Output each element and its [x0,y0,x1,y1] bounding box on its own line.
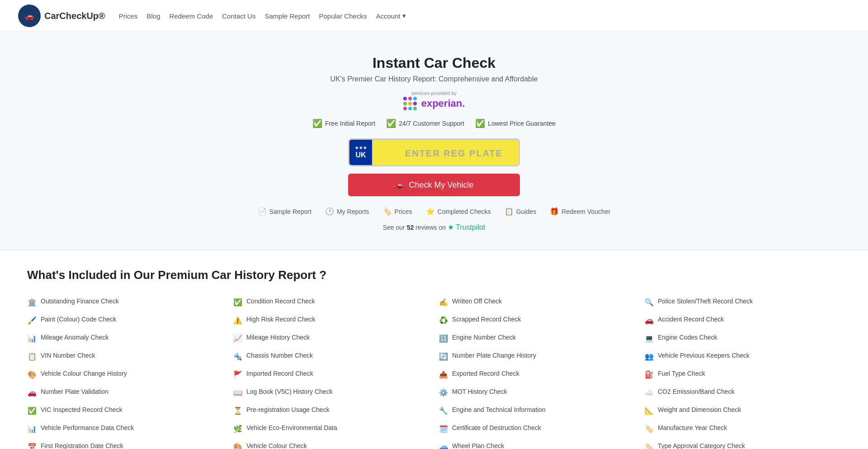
feature-item: ⏳ Pre-registration Usage Check [233,404,429,417]
feature-label: Pre-registration Usage Check [246,406,330,413]
feature-item: 📐 Weight and Dimension Check [644,404,841,417]
feature-item: 🎨 Vehicle Colour Check [233,440,429,449]
feature-icon: 🗓️ [439,425,448,433]
feature-label: Wheel Plan Check [452,442,504,449]
feature-item: 🌿 Vehicle Eco-Environmental Data [233,422,429,435]
feature-label: Weight and Dimension Check [658,406,741,413]
feature-label: CO2 Emission/Band Check [658,388,735,395]
nav-contact-us[interactable]: Contact Us [222,12,255,20]
check-icon-2: ✅ [386,118,396,128]
feature-label: Engine Codes Check [658,334,717,341]
hero-title: Instant Car Check [9,55,859,71]
feature-item: 🖌️ Paint (Colour) Code Check [27,314,224,326]
experian-dots [403,97,417,110]
feature-label: Type Approval Category Check [658,442,745,449]
feature-icon: 🚩 [233,370,243,379]
nav-prices[interactable]: Prices [119,12,138,20]
feature-label: Exported Record Check [452,370,519,377]
feature-item: ✅ VIC Inspected Record Check [27,404,224,417]
feature-item: 🚗 Accident Record Check [644,314,841,326]
feature-icon: ✅ [27,406,37,415]
feature-icon: 🔩 [233,352,243,361]
check-icon-3: ✅ [475,118,485,128]
gift-icon: 🎁 [550,207,559,216]
feature-label: Written Off Check [452,298,502,305]
feature-icon: 📋 [27,352,37,361]
feature-item: 🏷️ Type Approval Category Check [644,440,841,449]
hero-section: Instant Car Check UK's Premier Car Histo… [0,32,868,250]
nav-sample-report[interactable]: Sample Report [264,12,310,20]
feature-item: ⚠️ High Risk Record Check [233,314,429,326]
uk-flag-section: ★★★ UK [349,140,372,165]
feature-item: 🎨 Vehicle Colour Change History [27,368,224,381]
feature-item: ♻️ Scrapped Record Check [439,314,635,326]
quick-link-completed-checks[interactable]: ⭐ Completed Checks [426,207,491,216]
feature-icon: 📈 [233,334,243,343]
feature-label: Paint (Colour) Code Check [41,316,116,323]
feature-icon: 🖌️ [27,316,37,325]
feature-icon: 🌿 [233,425,243,433]
features-section: What's Included in Our Premium Car Histo… [0,250,868,449]
trustpilot-brand[interactable]: ★ Trustpilot [448,223,485,231]
feature-label: First Registration Date Check [41,442,123,449]
navbar: 🚗 CarCheckUp® Prices Blog Redeem Code Co… [0,0,868,32]
feature-label: Vehicle Performance Data Check [41,424,134,431]
feature-label: Number Plate Change History [452,352,536,359]
hero-subtitle: UK's Premier Car History Report: Compreh… [9,75,859,83]
features-heading: What's Included in Our Premium Car Histo… [27,268,841,282]
feature-icon: 📅 [27,443,37,449]
feature-item: 🔍 Police Stolen/Theft Record Check [644,296,841,308]
feature-item: ☁️ CO2 Emission/Band Check [644,386,841,399]
feature-label: Vehicle Previous Keepers Check [658,352,750,359]
feature-label: Certificate of Destruction Check [452,424,541,431]
feature-item: 🚗 Number Plate Validation [27,386,224,399]
badge-lowest-price: ✅ Lowest Price Guarantee [475,118,556,128]
feature-item: 📖 Log Book (V5C) History Check [233,386,429,399]
feature-item: 📈 Mileage History Check [233,332,429,345]
quick-link-prices[interactable]: 🏷️ Prices [383,207,412,216]
feature-icon: 💻 [644,334,654,343]
feature-label: Accident Record Check [658,316,724,323]
feature-icon: 🚗 [27,388,37,397]
check-vehicle-button[interactable]: 🚗 Check My Vehicle [348,174,520,196]
feature-item: 🔧 Engine and Technical Information [439,404,635,417]
badge-free-report: ✅ Free Initial Report [312,118,375,128]
nav-popular-checks[interactable]: Popular Checks [319,12,367,20]
feature-icon: 📊 [27,425,37,433]
feature-icon: 📖 [233,388,243,397]
feature-icon: ⚠️ [233,316,243,325]
quick-link-sample-report[interactable]: 📄 Sample Report [258,207,311,216]
feature-label: Log Book (V5C) History Check [246,388,333,395]
nav-blog[interactable]: Blog [146,12,160,20]
feature-label: Imported Record Check [246,370,313,377]
feature-label: Vehicle Colour Check [246,442,307,449]
feature-label: Engine Number Check [452,334,516,341]
feature-icon: 📤 [439,370,448,379]
feature-icon: 📐 [644,406,654,415]
quick-link-my-reports[interactable]: 🕐 My Reports [325,207,369,216]
star-icon: ⭐ [426,207,435,216]
feature-icon: 🔍 [644,298,654,307]
feature-icon: 🎨 [233,443,243,449]
feature-icon: 🏛️ [27,298,37,307]
feature-label: Condition Record Check [246,298,315,305]
reg-plate-input[interactable] [372,140,520,165]
feature-icon: ✍️ [439,298,448,307]
nav-account[interactable]: Account ▾ [376,12,406,20]
feature-item: 🔄 Number Plate Change History [439,350,635,363]
feature-label: MOT History Check [452,388,507,395]
quick-link-guides[interactable]: 📋 Guides [505,207,536,216]
nav-redeem-code[interactable]: Redeem Code [170,12,213,20]
feature-icon: 🚙 [439,443,448,449]
brand[interactable]: 🚗 CarCheckUp® [18,5,105,27]
nav-links: Prices Blog Redeem Code Contact Us Sampl… [119,12,406,20]
feature-label: VIC Inspected Record Check [41,406,123,413]
feature-icon: 👥 [644,352,654,361]
feature-item: 💻 Engine Codes Check [644,332,841,345]
quick-link-redeem-voucher[interactable]: 🎁 Redeem Voucher [550,207,610,216]
feature-item: 📋 VIN Number Check [27,350,224,363]
feature-item: 🏛️ Outstanding Finance Check [27,296,224,308]
feature-icon: ☁️ [644,388,654,397]
features-grid: 🏛️ Outstanding Finance Check ✅ Condition… [27,296,841,449]
feature-item: 📊 Vehicle Performance Data Check [27,422,224,435]
